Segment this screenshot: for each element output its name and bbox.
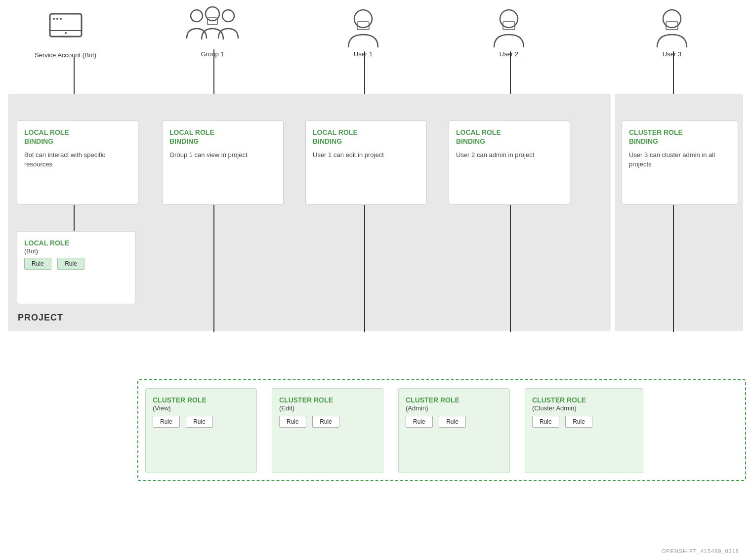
actor-bot: Service Account (Bot): [35, 10, 96, 59]
local-role-bot-card: LOCAL ROLE (Bot) Rule Rule: [17, 231, 135, 304]
user2-binding-card: LOCAL ROLEBINDING User 2 can admin in pr…: [449, 120, 570, 204]
cluster-admin-rule-1: Rule: [406, 416, 433, 428]
local-role-rules: Rule Rule: [24, 258, 128, 270]
group-icon: [183, 5, 242, 49]
svg-point-2: [65, 32, 67, 34]
local-role-sub: (Bot): [24, 247, 128, 255]
actor-user1-label: User 1: [354, 50, 373, 58]
svg-point-4: [53, 18, 55, 20]
cluster-role-admin-sub: (Admin): [406, 404, 502, 412]
cluster-role-view-title: CLUSTER ROLE: [153, 396, 250, 404]
user3-vline-2: [673, 205, 674, 332]
group-binding-card: LOCAL ROLEBINDING Group 1 can view in pr…: [162, 120, 284, 204]
cluster-role-clusteradmin-sub: (Cluster Admin): [532, 404, 636, 412]
local-rule-2: Rule: [57, 258, 84, 270]
user1-binding-card: LOCAL ROLEBINDING User 1 can edit in pro…: [305, 120, 427, 204]
svg-point-5: [56, 18, 58, 20]
actor-user3: User 3: [652, 7, 692, 58]
cluster-role-clusteradmin-card: CLUSTER ROLE (Cluster Admin) Rule Rule: [525, 388, 643, 473]
cluster-role-view-sub: (View): [153, 404, 250, 412]
user1-binding-title: LOCAL ROLEBINDING: [313, 128, 419, 146]
svg-rect-12: [357, 22, 369, 30]
local-role-title: LOCAL ROLE: [24, 239, 128, 247]
user3-cluster-binding-card: CLUSTER ROLEBINDING User 3 can cluster a…: [622, 120, 738, 204]
actor-bot-label: Service Account (Bot): [35, 51, 96, 59]
cluster-view-rule-1: Rule: [153, 416, 180, 428]
cluster-view-rule-2: Rule: [186, 416, 213, 428]
svg-point-6: [60, 18, 62, 20]
cluster-role-edit-sub: (Edit): [279, 404, 376, 412]
svg-rect-16: [666, 22, 678, 30]
user2-vline-2: [510, 205, 511, 332]
cluster-role-admin-title: CLUSTER ROLE: [406, 396, 502, 404]
actor-user1: User 1: [343, 7, 383, 58]
cluster-role-edit-card: CLUSTER ROLE (Edit) Rule Rule: [272, 388, 383, 473]
group-vline-2: [213, 205, 214, 332]
cluster-role-admin-card: CLUSTER ROLE (Admin) Rule Rule: [398, 388, 510, 473]
local-rule-1: Rule: [24, 258, 51, 270]
actor-group1: Group 1: [183, 5, 242, 58]
bot-icon: [46, 10, 85, 49]
group-binding-title: LOCAL ROLEBINDING: [169, 128, 276, 146]
bot-binding-card: LOCAL ROLEBINDING Bot can interact with …: [17, 120, 138, 204]
actor-user2: User 2: [489, 7, 529, 58]
cluster-clusteradmin-rule-1: Rule: [532, 416, 559, 428]
cluster-role-edit-title: CLUSTER ROLE: [279, 396, 376, 404]
user2-icon: [489, 7, 529, 49]
actor-user2-label: User 2: [500, 50, 518, 58]
svg-point-9: [222, 10, 234, 22]
cluster-edit-rule-1: Rule: [279, 416, 306, 428]
user1-vline-2: [364, 205, 365, 332]
user2-binding-title: LOCAL ROLEBINDING: [456, 128, 563, 146]
user3-icon: [652, 7, 692, 49]
actor-user3-label: User 3: [663, 50, 681, 58]
user2-binding-body: User 2 can admin in project: [456, 151, 563, 160]
cluster-role-clusteradmin-title: CLUSTER ROLE: [532, 396, 636, 404]
user1-binding-body: User 1 can edit in project: [313, 151, 419, 160]
svg-point-7: [191, 10, 203, 22]
user3-binding-title: CLUSTER ROLEBINDING: [629, 128, 731, 146]
cluster-edit-rule-2: Rule: [312, 416, 339, 428]
user1-icon: [343, 7, 383, 49]
cluster-role-view-card: CLUSTER ROLE (View) Rule Rule: [145, 388, 257, 473]
svg-rect-14: [503, 22, 515, 30]
cluster-clusteradmin-rule-2: Rule: [565, 416, 592, 428]
cluster-admin-rule-2: Rule: [439, 416, 466, 428]
bot-binding-body: Bot can interact with specific resources: [24, 151, 131, 168]
user3-binding-body: User 3 can cluster admin in all projects: [629, 151, 731, 168]
bot-binding-title: LOCAL ROLEBINDING: [24, 128, 131, 146]
group-binding-body: Group 1 can view in project: [169, 151, 276, 160]
diagram-container: Service Account (Bot) Group 1 User 1: [0, 0, 751, 560]
project-label: PROJECT: [18, 313, 63, 323]
actor-group1-label: Group 1: [201, 50, 224, 58]
watermark: OPENSHIFT_415489_0218: [662, 548, 739, 554]
